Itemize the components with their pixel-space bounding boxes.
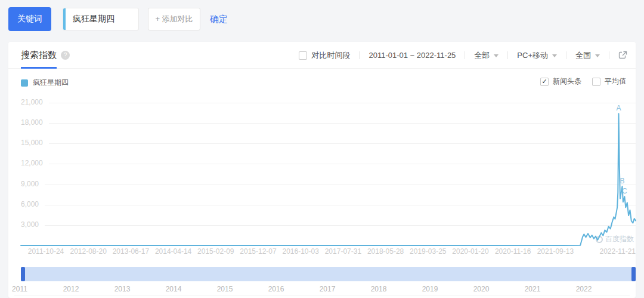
slider-year-label: 2011 bbox=[9, 285, 30, 293]
slider-year-label: 2019 bbox=[419, 285, 441, 293]
tab-label: 搜索指数 bbox=[21, 50, 57, 61]
x-axis-tick: 2011-10-24 bbox=[28, 247, 64, 256]
slider-year-label: 2022 bbox=[573, 285, 595, 293]
x-axis-tick: 2021-09-13 bbox=[537, 247, 574, 256]
chevron-down-icon bbox=[595, 54, 600, 60]
news-headlines-checkbox[interactable] bbox=[540, 78, 549, 86]
news-headlines-toggle[interactable]: 新闻头条 bbox=[540, 76, 581, 87]
slider-year-label: 2012 bbox=[60, 285, 82, 293]
x-axis-tick: 2020-11-16 bbox=[495, 247, 531, 256]
slider-year-label: 2018 bbox=[368, 285, 390, 293]
x-axis-tick: 2013-06-17 bbox=[113, 247, 149, 256]
divider bbox=[359, 51, 360, 59]
x-axis-tick: 2018-05-28 bbox=[367, 247, 404, 256]
series-color-swatch bbox=[21, 79, 28, 87]
slider-year-label: 2015 bbox=[214, 285, 236, 293]
compare-period-toggle[interactable]: 对比时间段 bbox=[299, 50, 350, 61]
x-axis-tick: 2015-12-07 bbox=[240, 247, 276, 256]
overlay-toggles: 新闻头条 平均值 bbox=[540, 76, 626, 87]
peak-marker-a[interactable]: A bbox=[617, 104, 621, 112]
slider-year-labels: 2011201220132014201520162017201820192020… bbox=[21, 285, 636, 293]
slider-year-label: 2013 bbox=[112, 285, 134, 293]
slider-year-label: 2017 bbox=[317, 285, 339, 293]
confirm-link[interactable]: 确定 bbox=[210, 14, 228, 25]
series-legend[interactable]: 疯狂星期四 bbox=[21, 78, 69, 88]
average-toggle[interactable]: 平均值 bbox=[592, 76, 626, 87]
plot-area[interactable]: 百度指数 21,00018,00015,00012,0009,0006,0003… bbox=[21, 96, 636, 245]
date-range-picker[interactable]: 2011-01-01 ~ 2022-11-25 bbox=[369, 51, 456, 60]
keyword-button[interactable]: 关键词 bbox=[8, 7, 51, 31]
slider-year-label: 2014 bbox=[163, 285, 185, 293]
search-index-card: 搜索指数 ? 对比时间段 2011-01-01 ~ 2022-11-25 全部 … bbox=[8, 42, 636, 298]
divider bbox=[609, 51, 609, 59]
help-icon[interactable]: ? bbox=[61, 51, 70, 60]
x-axis-tick: 2015-02-09 bbox=[197, 247, 234, 256]
slider-year-label: 2016 bbox=[265, 285, 287, 293]
peak-marker-b[interactable]: B bbox=[620, 177, 625, 185]
navigator-baseline bbox=[14, 296, 630, 296]
device-dropdown[interactable]: PC+移动 bbox=[517, 50, 557, 61]
keyword-input-box[interactable] bbox=[63, 8, 139, 30]
region-dropdown-value: 全国 bbox=[575, 50, 591, 61]
slider-handle-left[interactable] bbox=[21, 267, 25, 281]
slider-year-label: 2020 bbox=[470, 285, 493, 293]
scope-dropdown-value: 全部 bbox=[474, 50, 490, 61]
x-axis-tick: 2020-01-20 bbox=[452, 247, 488, 256]
x-axis-tick: 2017-07-31 bbox=[325, 247, 361, 256]
divider bbox=[465, 51, 465, 59]
external-link-icon[interactable] bbox=[618, 51, 627, 60]
compare-period-label: 对比时间段 bbox=[311, 50, 350, 61]
trend-line-svg bbox=[21, 96, 636, 245]
time-range-slider[interactable] bbox=[21, 267, 636, 281]
x-axis-tick: 2012-08-20 bbox=[70, 247, 106, 256]
active-tab-underline bbox=[21, 67, 57, 69]
x-axis-labels: 2011-10-242012-08-202013-06-172014-04-14… bbox=[21, 247, 636, 256]
keyword-input[interactable] bbox=[66, 8, 138, 30]
add-compare-button[interactable]: + 添加对比 bbox=[148, 8, 200, 30]
x-axis-tick: 2019-03-25 bbox=[410, 247, 446, 256]
divider bbox=[507, 51, 508, 59]
date-range-value: 2011-01-01 ~ 2022-11-25 bbox=[369, 51, 456, 60]
x-axis-tick: 2016-10-03 bbox=[282, 247, 318, 256]
device-dropdown-value: PC+移动 bbox=[517, 50, 548, 61]
chevron-down-icon bbox=[552, 54, 557, 60]
news-headlines-label: 新闻头条 bbox=[553, 76, 581, 87]
compare-period-checkbox[interactable] bbox=[299, 51, 307, 60]
average-checkbox[interactable] bbox=[592, 78, 600, 86]
series-legend-label: 疯狂星期四 bbox=[33, 78, 69, 88]
trend-line bbox=[21, 113, 636, 245]
slider-year-label: 2021 bbox=[522, 285, 544, 293]
average-label: 平均值 bbox=[605, 76, 626, 87]
region-dropdown[interactable]: 全国 bbox=[575, 50, 600, 61]
slider-handle-right[interactable] bbox=[631, 267, 636, 281]
tab-search-index[interactable]: 搜索指数 ? bbox=[21, 50, 70, 61]
card-header: 搜索指数 ? 对比时间段 2011-01-01 ~ 2022-11-25 全部 … bbox=[8, 42, 636, 69]
chevron-down-icon bbox=[494, 54, 499, 60]
x-axis-tick: 2022-11-21 bbox=[600, 247, 636, 256]
x-axis-tick: 2014-04-14 bbox=[155, 247, 191, 256]
scope-dropdown[interactable]: 全部 bbox=[474, 50, 499, 61]
peak-marker-c[interactable]: C bbox=[622, 187, 627, 195]
divider bbox=[566, 51, 566, 59]
filter-controls: 对比时间段 2011-01-01 ~ 2022-11-25 全部 PC+移动 全… bbox=[299, 42, 627, 69]
